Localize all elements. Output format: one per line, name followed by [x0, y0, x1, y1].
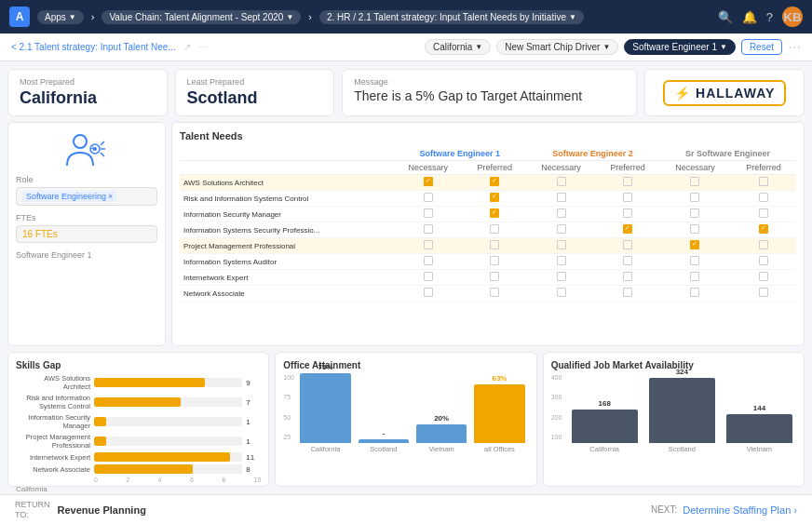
skills-bars: AWS Solutions Architect9Risk and Informa…: [16, 374, 261, 474]
share-icon[interactable]: ↗: [183, 42, 191, 52]
skills-gap-card: Skills Gap AWS Solutions Architect9Risk …: [7, 352, 269, 487]
message-value: There is a 5% Gap to Target Attainment: [354, 88, 625, 103]
filter-actions: California ▼ New Smart Chip Driver ▼ Sof…: [425, 39, 801, 55]
skills-bar-row: Information Security Manager1: [16, 413, 261, 430]
nav-chevron-2: ›: [308, 11, 312, 22]
stats-row: Most Prepared California Least Prepared …: [7, 69, 805, 116]
svg-point-0: [74, 135, 87, 148]
skills-bar-row: Project Management Professional1: [16, 433, 261, 450]
skills-bar-row: AWS Solutions Architect9: [16, 374, 261, 391]
svg-line-5: [101, 153, 104, 156]
next-label: NEXT:: [651, 504, 677, 515]
svg-text:+: +: [90, 143, 96, 154]
most-prepared-value: California: [20, 88, 156, 108]
filter-chip-driver[interactable]: New Smart Chip Driver ▼: [496, 39, 618, 55]
talent-panel: Talent Needs Software Engineer 1 Softwar…: [171, 122, 805, 346]
ftes-input[interactable]: 16 FTEs: [16, 225, 157, 243]
options-icon[interactable]: ⋯: [788, 40, 801, 55]
app-logo[interactable]: A: [9, 7, 30, 27]
breadcrumb-2[interactable]: 2. HR / 2.1 Talent strategy: Input Talen…: [319, 10, 584, 24]
nav-chevron: ›: [91, 11, 95, 22]
next-link[interactable]: Determine Staffing Plan ›: [683, 504, 797, 516]
least-prepared-value: Scotland: [187, 88, 323, 108]
role-tag: Software Engineering ×: [22, 191, 116, 202]
hallaway-icon: ⚡: [674, 86, 690, 101]
role-label: Role: [16, 175, 157, 184]
least-prepared-label: Least Prepared: [187, 77, 323, 87]
hallaway-text: HALLAWAY: [696, 86, 775, 101]
bell-icon[interactable]: 🔔: [742, 10, 757, 24]
charts-row: Skills Gap AWS Solutions Architect9Risk …: [7, 352, 805, 487]
search-icon[interactable]: 🔍: [718, 10, 733, 24]
filter-engineer[interactable]: Software Engineer 1 ▼: [624, 39, 736, 55]
return-section: RETURNTO: Revenue Planning: [15, 500, 146, 520]
hallaway-logo: ⚡ HALLAWAY: [663, 80, 786, 106]
message-label: Message: [354, 77, 625, 87]
sub-nav: < 2.1 Talent strategy: Input Talent Nee.…: [0, 34, 812, 61]
top-nav: A Apps ▼ › Value Chain: Talent Alignment…: [0, 0, 812, 34]
skills-bar-row: Network Associate8: [16, 464, 261, 474]
ftes-label: FTEs: [16, 213, 157, 222]
least-prepared-card: Least Prepared Scotland: [175, 69, 335, 116]
return-label: RETURNTO:: [15, 500, 50, 520]
next-section: NEXT: Determine Staffing Plan ›: [651, 504, 797, 516]
person-icon: +: [16, 130, 157, 168]
more-icon[interactable]: ⋯: [198, 42, 208, 52]
talent-table: Software Engineer 1 Software Engineer 2 …: [180, 147, 796, 302]
engineer-label: Software Engineer 1: [16, 250, 157, 260]
svg-line-3: [101, 141, 104, 145]
nav-icons: 🔍 🔔 ? KB: [718, 7, 803, 27]
skills-bar-row: Risk and Information Systems Control7: [16, 394, 261, 410]
left-panel: + Role Software Engineering × FTEs 16 FT…: [7, 122, 166, 346]
reset-button[interactable]: Reset: [741, 39, 782, 55]
skills-gap-title: Skills Gap: [16, 360, 261, 370]
return-link[interactable]: Revenue Planning: [58, 504, 146, 516]
role-section: Role Software Engineering ×: [16, 175, 157, 206]
logo-card: ⚡ HALLAWAY: [644, 69, 805, 116]
role-input[interactable]: Software Engineering ×: [16, 187, 157, 206]
most-prepared-card: Most Prepared California: [7, 69, 168, 116]
breadcrumb-1[interactable]: Value Chain: Talent Alignment - Sept 202…: [102, 10, 301, 24]
ftes-section: FTEs 16 FTEs: [16, 213, 157, 243]
main-content: Most Prepared California Least Prepared …: [0, 61, 812, 494]
office-attainment-card: Office Attainment 100 75 50 25 75% Calif…: [275, 352, 536, 487]
user-avatar[interactable]: KB: [782, 7, 803, 27]
role-tag-close[interactable]: ×: [108, 192, 113, 201]
apps-menu[interactable]: Apps ▼: [37, 10, 84, 24]
most-prepared-label: Most Prepared: [20, 77, 156, 87]
skills-footer: California: [16, 485, 261, 493]
message-card: Message There is a 5% Gap to Target Atta…: [342, 69, 637, 116]
skills-bar-row: Internetwork Expert11: [16, 452, 261, 462]
talent-needs-title: Talent Needs: [180, 130, 796, 141]
back-button[interactable]: < 2.1 Talent strategy: Input Talent Nee.…: [11, 42, 176, 52]
bottom-bar: RETURNTO: Revenue Planning NEXT: Determi…: [0, 494, 812, 524]
help-icon[interactable]: ?: [766, 10, 773, 24]
middle-section: + Role Software Engineering × FTEs 16 FT…: [7, 122, 805, 346]
job-market-card: Qualified Job Market Availability 400 30…: [543, 352, 805, 487]
filter-california[interactable]: California ▼: [425, 39, 491, 55]
